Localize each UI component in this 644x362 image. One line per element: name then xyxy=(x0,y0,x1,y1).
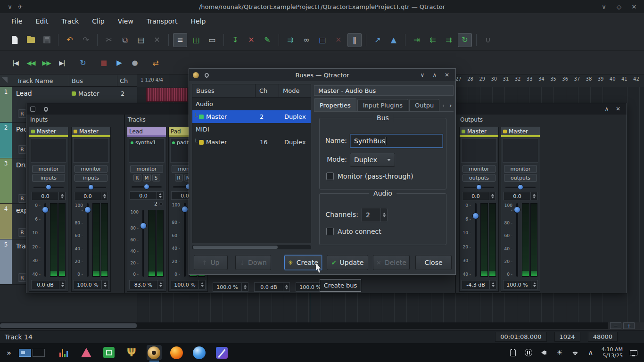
select-range-button[interactable]: ◫ xyxy=(189,33,203,47)
wifi-icon[interactable] xyxy=(570,347,580,358)
minimize-icon[interactable]: ∨ xyxy=(599,2,609,11)
pan-slider[interactable] xyxy=(76,184,106,190)
gain-fader[interactable] xyxy=(41,202,49,278)
fader-knob[interactable] xyxy=(140,222,147,229)
strip-header[interactable]: Master xyxy=(29,127,68,137)
cut-button[interactable]: ✂ xyxy=(102,33,116,47)
record-button[interactable]: ● xyxy=(127,56,142,70)
record-arm-button[interactable]: R xyxy=(18,145,26,154)
monitor-button[interactable]: monitor xyxy=(74,165,107,173)
inputs-button[interactable]: inputs xyxy=(74,174,107,182)
column-buses[interactable]: Buses xyxy=(192,84,256,98)
select-rect-button[interactable]: ▭ xyxy=(205,33,219,47)
pin-icon[interactable] xyxy=(43,106,49,112)
menu-help[interactable]: Help xyxy=(184,13,213,29)
spin-buttons[interactable] xyxy=(157,192,163,199)
monitor-button[interactable]: monitor xyxy=(462,165,495,173)
punch-toggle-button[interactable]: ⇄ xyxy=(148,56,163,70)
skip-end-button[interactable]: ▶| xyxy=(55,56,69,70)
select-mode-button[interactable]: ≡ xyxy=(173,33,187,47)
loop-button[interactable]: ↻ xyxy=(75,56,90,70)
pan-knob[interactable] xyxy=(476,184,482,190)
track-number[interactable]: 5 xyxy=(0,239,12,284)
track-number[interactable]: 1 xyxy=(0,87,12,122)
solo-button[interactable]: S xyxy=(152,174,160,181)
menu-file[interactable]: File xyxy=(5,13,29,29)
launcher-icon[interactable]: ✈ xyxy=(15,2,25,11)
spin-buttons[interactable] xyxy=(530,192,537,200)
markers-button[interactable]: ↗ xyxy=(371,33,385,47)
fader-knob[interactable] xyxy=(84,206,91,213)
skip-start-button[interactable]: |◀ xyxy=(8,56,23,70)
new-clip-button[interactable]: ↧ xyxy=(228,33,242,47)
gain-fader[interactable] xyxy=(513,202,520,278)
pan-knob[interactable] xyxy=(518,184,523,190)
volume-icon[interactable] xyxy=(539,347,549,358)
spin-buttons[interactable] xyxy=(101,192,107,200)
taskbar-app-pyramid[interactable] xyxy=(79,345,94,360)
gain-fader[interactable] xyxy=(140,208,147,278)
pan-slider[interactable] xyxy=(505,184,536,190)
open-button[interactable] xyxy=(24,33,38,47)
column-ch[interactable]: Ch xyxy=(256,84,279,98)
monitor-checkbox[interactable] xyxy=(326,173,334,180)
gain-value[interactable]: 100.0 % xyxy=(213,282,248,292)
outputs-button[interactable]: outputs xyxy=(462,174,495,182)
gain-value[interactable]: 100.0 % xyxy=(74,280,108,289)
spin-buttons[interactable] xyxy=(380,208,387,222)
column-track-name[interactable]: Track Name xyxy=(17,74,53,87)
spin-buttons[interactable] xyxy=(59,280,66,289)
copy-button[interactable]: ⧉ xyxy=(118,33,132,47)
pan-value[interactable]: 0.0 xyxy=(74,192,108,200)
delete-button[interactable]: ✕Delete xyxy=(373,255,410,270)
files-panel-button[interactable]: □ xyxy=(315,33,330,47)
tree-horizontal-scrollbar[interactable] xyxy=(192,245,311,249)
taskbar-app-browser[interactable] xyxy=(192,345,207,360)
record-button[interactable]: R xyxy=(133,174,141,181)
fast-forward-button[interactable]: ▶▶ xyxy=(39,56,54,70)
tree-group-audio[interactable]: Audio xyxy=(192,98,311,110)
gain-fader[interactable] xyxy=(181,201,188,278)
mode-combobox[interactable]: Duplex xyxy=(350,153,395,167)
gain-value[interactable]: 83.0 % xyxy=(129,280,164,289)
fader-knob[interactable] xyxy=(514,206,520,213)
tab-output-plugins[interactable]: Outpu xyxy=(409,99,439,111)
punch-out-button[interactable]: ⇉ xyxy=(442,33,456,47)
plugin-name[interactable]: padt xyxy=(177,140,189,146)
panel-icon[interactable]: ∨ xyxy=(5,2,15,11)
outputs-button[interactable]: outputs xyxy=(504,174,537,182)
inputs-button[interactable]: inputs xyxy=(32,174,65,182)
monitor-button[interactable]: monitor xyxy=(130,165,163,173)
spin-buttons[interactable] xyxy=(157,280,164,289)
plugin-active-led[interactable] xyxy=(172,141,175,144)
column-splitter[interactable] xyxy=(69,75,69,86)
down-button[interactable]: ↓Down xyxy=(235,255,271,270)
spin-buttons[interactable] xyxy=(58,192,65,200)
taskbar-app-qtractor[interactable] xyxy=(147,345,162,360)
tree-group-midi[interactable]: MIDI xyxy=(192,123,311,136)
panel-splitter[interactable] xyxy=(124,115,125,293)
spin-buttons[interactable] xyxy=(101,280,108,289)
collapse-icon[interactable]: ∧ xyxy=(602,105,611,113)
menu-clip[interactable]: Clip xyxy=(85,13,111,29)
pan-slider[interactable] xyxy=(464,184,494,190)
tree-item-midi-master[interactable]: └Master 16 Duplex xyxy=(192,136,311,148)
tab-properties[interactable]: Properties xyxy=(314,98,356,111)
close-button[interactable]: Close xyxy=(415,255,452,270)
record-arm-button[interactable]: R xyxy=(18,228,26,237)
menu-edit[interactable]: Edit xyxy=(29,13,55,29)
pin-icon[interactable] xyxy=(204,72,210,78)
column-mode[interactable]: Mode xyxy=(279,84,311,98)
zoom-out-button[interactable]: − xyxy=(610,322,621,329)
spin-buttons[interactable] xyxy=(489,192,495,200)
restore-icon[interactable]: ◇ xyxy=(614,2,624,11)
track-name[interactable]: Lead xyxy=(16,90,32,97)
menu-track[interactable]: Track xyxy=(55,13,86,29)
pan-value[interactable]: 0.0 xyxy=(462,192,496,200)
menu-transport[interactable]: Transport xyxy=(140,13,184,29)
strip-header[interactable]: Master xyxy=(72,127,110,137)
plugin-list[interactable] xyxy=(31,138,66,163)
auto-connect-checkbox[interactable] xyxy=(326,228,334,235)
tree-item-audio-master[interactable]: └Master 2 Duplex xyxy=(192,110,311,123)
pan-value[interactable]: 0.0 xyxy=(130,191,164,200)
